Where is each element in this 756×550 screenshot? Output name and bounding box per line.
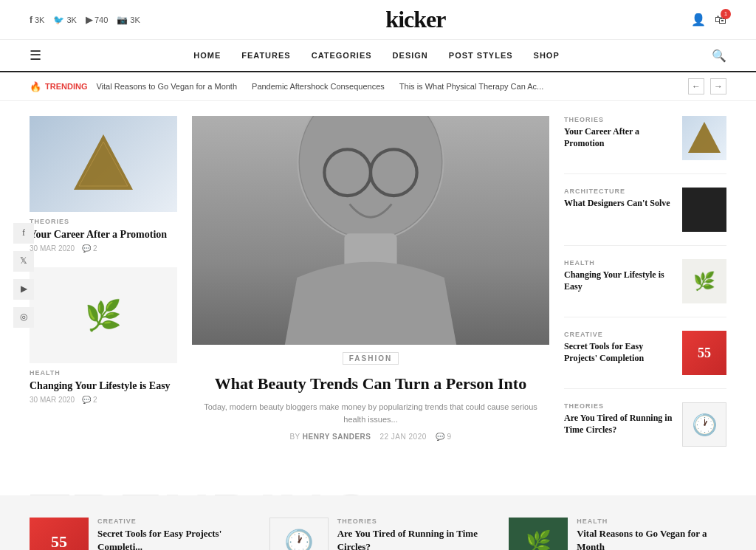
featured-svg bbox=[192, 116, 549, 345]
sidebar-social: f 𝕏 ▶ ◎ bbox=[13, 223, 34, 328]
right-card-4: CREATIVE Secret Tools for Easy Projects'… bbox=[564, 331, 726, 389]
bottom-card-2-title[interactable]: Are You Tired of Running in Time Circles… bbox=[337, 527, 487, 550]
left-card-2: 🌿 HEALTH Changing Your Lifestyle is Easy… bbox=[30, 267, 177, 404]
youtube-count: 740 bbox=[94, 16, 108, 24]
right-card-3: HEALTH Changing Your Lifestyle is Easy 🌿 bbox=[564, 259, 726, 317]
youtube-link[interactable]: ▶ 740 bbox=[86, 15, 108, 25]
svg-marker-0 bbox=[74, 134, 133, 190]
left-card-1-comments: 💬 2 bbox=[82, 244, 97, 252]
menu-icon[interactable]: ☰ bbox=[30, 47, 41, 63]
right-card-4-title[interactable]: Secret Tools for Easy Projects' Completi… bbox=[564, 340, 675, 364]
featured-image bbox=[192, 116, 549, 345]
twitter-link[interactable]: 🐦 3K bbox=[53, 15, 76, 25]
center-column: FASHION What Beauty Trends Can Turn a Pe… bbox=[192, 116, 549, 473]
nav-post-styles[interactable]: POST STYLES bbox=[449, 51, 513, 60]
right-card-5-text: THEORIES Are You Tired of Running in Tim… bbox=[564, 402, 675, 436]
right-card-4-category: CREATIVE bbox=[564, 331, 675, 338]
main-content: THEORIES Your Career After a Promotion 3… bbox=[0, 101, 756, 488]
left-card-2-category: HEALTH bbox=[30, 369, 177, 377]
sidebar-twitter[interactable]: 𝕏 bbox=[13, 251, 34, 272]
right-card-1-image bbox=[682, 116, 726, 160]
left-card-2-image: 🌿 bbox=[30, 267, 177, 363]
nav-categories[interactable]: CATEGORIES bbox=[312, 51, 372, 60]
fire-icon: 🔥 bbox=[30, 81, 41, 92]
nav-design[interactable]: DESIGN bbox=[393, 51, 428, 60]
nav-links: HOME FEATURES CATEGORIES DESIGN POST STY… bbox=[193, 51, 560, 60]
right-column: THEORIES Your Career After a Promotion A… bbox=[564, 116, 726, 473]
instagram-icon: 📷 bbox=[117, 15, 128, 25]
social-links: f 3K 🐦 3K ▶ 740 📷 3K bbox=[30, 15, 140, 25]
comment-icon-2: 💬 bbox=[82, 396, 91, 404]
youtube-icon: ▶ bbox=[86, 15, 92, 25]
svg-marker-10 bbox=[688, 122, 721, 153]
sidebar-youtube[interactable]: ▶ bbox=[13, 279, 34, 300]
featured-author-label: BY HENRY SANDERS bbox=[289, 433, 371, 441]
trending-bar: 🔥 TRENDING Vital Reasons to Go Vegan for… bbox=[0, 72, 756, 101]
left-card-2-title[interactable]: Changing Your Lifestyle is Easy bbox=[30, 379, 177, 393]
trending-items: Vital Reasons to Go Vegan for a Month Pa… bbox=[96, 82, 679, 91]
top-icons: 👤 🛍 1 bbox=[691, 13, 726, 27]
right-card-2-title[interactable]: What Designers Can't Solve bbox=[564, 197, 675, 209]
main-nav: ☰ HOME FEATURES CATEGORIES DESIGN POST S… bbox=[0, 40, 756, 72]
bottom-card-3-title[interactable]: Vital Reasons to Go Vegan for a Month bbox=[577, 527, 726, 550]
facebook-count: 3K bbox=[35, 16, 44, 24]
right-card-5: THEORIES Are You Tired of Running in Tim… bbox=[564, 402, 726, 460]
right-card-1: THEORIES Your Career After a Promotion bbox=[564, 116, 726, 174]
left-card-1-title[interactable]: Your Career After a Promotion bbox=[30, 228, 177, 241]
bottom-card-3-category: HEALTH bbox=[577, 518, 726, 525]
bottom-card-1: 55 CREATIVE Secret Tools for Easy Projec… bbox=[30, 518, 247, 550]
instagram-count: 3K bbox=[130, 16, 140, 24]
nav-home[interactable]: HOME bbox=[193, 51, 221, 60]
twitter-count: 3K bbox=[66, 16, 76, 24]
nav-features[interactable]: FEATURES bbox=[241, 51, 290, 60]
left-card-1: THEORIES Your Career After a Promotion 3… bbox=[30, 116, 177, 252]
bottom-card-1-title[interactable]: Secret Tools for Easy Projects' Completi… bbox=[97, 527, 247, 550]
nav-shop[interactable]: SHOP bbox=[534, 51, 560, 60]
featured-category: FASHION bbox=[343, 352, 399, 365]
featured-title[interactable]: What Beauty Trends Can Turn a Person Int… bbox=[192, 374, 549, 395]
right-card-5-category: THEORIES bbox=[564, 402, 675, 410]
trending-item-1[interactable]: Vital Reasons to Go Vegan for a Month bbox=[96, 82, 237, 91]
cart-icon[interactable]: 🛍 1 bbox=[715, 13, 726, 27]
bottom-cards: 55 CREATIVE Secret Tools for Easy Projec… bbox=[30, 518, 726, 550]
right-card-3-text: HEALTH Changing Your Lifestyle is Easy bbox=[564, 259, 675, 292]
right-card-5-title[interactable]: Are You Tired of Running in Time Circles… bbox=[564, 412, 675, 436]
sidebar-facebook[interactable]: f bbox=[13, 223, 34, 244]
featured-meta: BY HENRY SANDERS 22 JAN 2020 💬 9 bbox=[192, 433, 549, 441]
right-card-3-category: HEALTH bbox=[564, 259, 675, 267]
right-card-3-image: 🌿 bbox=[682, 259, 726, 303]
left-card-1-meta: 30 MAR 2020 💬 2 bbox=[30, 244, 177, 252]
left-card-1-image bbox=[30, 116, 177, 212]
facebook-icon: f bbox=[30, 15, 32, 25]
right-card-4-image: 55 bbox=[682, 331, 726, 375]
triangle-svg bbox=[70, 131, 137, 197]
site-logo[interactable]: kicker bbox=[385, 6, 445, 33]
trending-item-3[interactable]: This is What Physical Therapy Can Ac... bbox=[399, 82, 543, 91]
sidebar-instagram[interactable]: ◎ bbox=[13, 307, 34, 328]
comment-icon-featured: 💬 bbox=[436, 433, 445, 441]
left-card-1-date: 30 MAR 2020 bbox=[30, 244, 75, 252]
trending-nav: ← → bbox=[688, 78, 726, 94]
plant-image: 🌿 bbox=[85, 298, 122, 333]
bottom-section: TRENDING 55 CREATIVE Secret Tools for Ea… bbox=[0, 488, 756, 550]
left-card-2-comments: 💬 2 bbox=[82, 396, 97, 404]
right-card-1-text: THEORIES Your Career After a Promotion bbox=[564, 116, 675, 149]
right-card-1-title[interactable]: Your Career After a Promotion bbox=[564, 126, 675, 149]
bottom-card-2-image: 🕐 bbox=[269, 518, 329, 550]
facebook-link[interactable]: f 3K bbox=[30, 15, 44, 25]
trending-label: 🔥 TRENDING bbox=[30, 81, 87, 92]
user-icon[interactable]: 👤 bbox=[691, 13, 706, 27]
search-icon[interactable]: 🔍 bbox=[712, 49, 726, 63]
twitter-icon: 🐦 bbox=[53, 15, 64, 25]
trending-prev[interactable]: ← bbox=[688, 78, 704, 94]
featured-description: Today, modern beauty bloggers make money… bbox=[192, 401, 549, 427]
bottom-card-1-category: CREATIVE bbox=[97, 518, 247, 525]
featured-category-wrap: FASHION bbox=[192, 345, 549, 369]
right-card-3-title[interactable]: Changing Your Lifestyle is Easy bbox=[564, 269, 675, 292]
trending-item-2[interactable]: Pandemic Aftershock Consequences bbox=[252, 82, 385, 91]
bottom-card-2-category: THEORIES bbox=[337, 518, 487, 525]
bottom-card-3-text: HEALTH Vital Reasons to Go Vegan for a M… bbox=[577, 518, 726, 550]
instagram-link[interactable]: 📷 3K bbox=[117, 15, 140, 25]
featured-date: 22 JAN 2020 bbox=[379, 433, 426, 441]
trending-next[interactable]: → bbox=[710, 78, 726, 94]
